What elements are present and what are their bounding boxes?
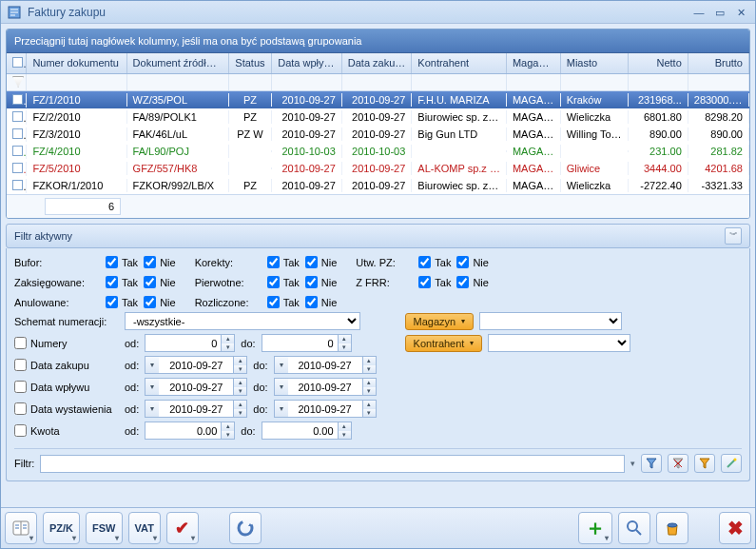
schemat-combo[interactable]: -wszystkie- xyxy=(125,312,360,330)
maximize-button[interactable]: ▭ xyxy=(711,6,728,19)
filter-wand-icon[interactable] xyxy=(721,454,742,473)
magazyn-button[interactable]: Magazyn▾ xyxy=(405,313,475,330)
lbl-anul: Anulowane: xyxy=(14,297,100,308)
datawpl-od[interactable] xyxy=(159,378,233,396)
col-city[interactable]: Miasto xyxy=(561,53,630,73)
filter-input[interactable] xyxy=(40,455,625,473)
fsw-button[interactable]: FSW xyxy=(86,512,122,544)
col-src[interactable]: Dokument źródłowy xyxy=(127,53,229,73)
bufor-nie[interactable] xyxy=(144,256,156,268)
datawpl-chk[interactable] xyxy=(14,381,27,393)
lbl-zaks: Zaksięgowane: xyxy=(14,277,100,288)
svg-point-1 xyxy=(734,459,737,461)
col-din[interactable]: Data wpływu xyxy=(272,53,342,73)
lbl-utwpz: Utw. PZ: xyxy=(356,257,413,268)
close-toolbar-button[interactable]: ✖ xyxy=(719,512,751,544)
table-row[interactable]: FZKOR/1/2010FZKOR/992/LB/XPZ2010-09-2720… xyxy=(7,177,749,194)
spin-down[interactable]: ▾ xyxy=(222,343,234,352)
magazyn-combo[interactable] xyxy=(479,312,622,330)
bufor-tak[interactable] xyxy=(106,256,118,268)
filter-panel: Filtr aktywny ︾ Bufor: Tak Nie Zaksięgow… xyxy=(6,224,750,481)
col-brutto[interactable]: Brutto xyxy=(688,53,749,73)
col-num[interactable]: Numer dokumentu xyxy=(27,53,126,73)
col-kon[interactable]: Kontrahent xyxy=(412,53,507,73)
table-row[interactable]: FZ/3/2010FAK/46L/uLPZ W2010-09-272010-09… xyxy=(7,126,749,143)
utwpz-tak[interactable] xyxy=(418,256,431,268)
app-icon xyxy=(7,5,22,20)
col-checkbox[interactable] xyxy=(7,53,27,73)
svg-point-5 xyxy=(668,523,677,527)
datawys-chk[interactable] xyxy=(14,402,27,415)
filter-expression-row: Filtr: ▾ xyxy=(14,448,742,473)
bottom-toolbar: PZ/K FSW VAT ✔ ＋ ✖ xyxy=(1,507,755,548)
kontrahent-button[interactable]: Kontrahent▾ xyxy=(405,335,483,352)
datazak-chk[interactable] xyxy=(14,359,27,371)
content: Przeciągnij tutaj nagłówek kolumny, jeśl… xyxy=(1,24,755,507)
book-button[interactable] xyxy=(5,512,37,544)
col-status[interactable]: Status xyxy=(229,53,273,73)
datawys-od[interactable] xyxy=(159,400,233,418)
rozl-tak[interactable] xyxy=(267,296,280,308)
lbl-schemat: Schemat numeracji: xyxy=(14,316,119,327)
lbl-filtr: Filtr: xyxy=(14,458,34,469)
kwota-do[interactable] xyxy=(262,422,338,440)
datawpl-do[interactable] xyxy=(288,378,362,396)
rozl-nie[interactable] xyxy=(305,296,318,308)
zaks-nie[interactable] xyxy=(144,276,156,288)
col-mag[interactable]: Magazyn xyxy=(507,53,561,73)
anul-tak[interactable] xyxy=(106,296,118,308)
minimize-button[interactable]: — xyxy=(690,6,708,19)
kwota-chk[interactable] xyxy=(14,424,27,437)
search-button[interactable] xyxy=(618,512,650,544)
window-title: Faktury zakupu xyxy=(28,6,687,19)
refresh-button[interactable] xyxy=(229,512,262,544)
korekty-nie[interactable] xyxy=(305,256,318,268)
korekty-tak[interactable] xyxy=(267,256,280,268)
close-button[interactable]: ✕ xyxy=(732,6,749,19)
numery-od[interactable] xyxy=(145,334,221,352)
filter-clear-icon[interactable] xyxy=(668,454,688,473)
filter-panel-header[interactable]: Filtr aktywny ︾ xyxy=(6,224,750,248)
table-row[interactable]: FZ/1/2010WZ/35/POLPZ2010-09-272010-09-27… xyxy=(7,91,749,108)
col-dbuy[interactable]: Data zakupu xyxy=(342,53,413,73)
table-row[interactable]: FZ/5/2010GFZ/557/HK82010-09-272010-09-27… xyxy=(7,160,749,177)
numery-chk[interactable] xyxy=(14,337,27,349)
column-headers: Numer dokumentu Dokument źródłowy Status… xyxy=(7,53,749,74)
zfrr-nie[interactable] xyxy=(456,276,469,288)
filter-edit-icon[interactable] xyxy=(694,454,715,473)
grid-filter-row[interactable] xyxy=(7,74,749,91)
add-button[interactable]: ＋ xyxy=(578,512,612,544)
kontrahent-combo[interactable] xyxy=(488,334,630,352)
datawys-do[interactable] xyxy=(288,400,362,418)
vat-button[interactable]: VAT xyxy=(128,512,161,544)
col-netto[interactable]: Netto xyxy=(629,53,688,73)
datazak-do[interactable] xyxy=(288,356,362,374)
row-count: 6 xyxy=(45,198,121,215)
table-row[interactable]: FZ/2/2010FA/89/POLK1PZ2010-09-272010-09-… xyxy=(7,108,749,126)
table-row[interactable]: FZ/4/2010FA/L90/POJ2010-10-032010-10-03M… xyxy=(7,143,749,160)
svg-point-3 xyxy=(239,521,252,535)
data-rows: FZ/1/2010WZ/35/POLPZ2010-09-272010-09-27… xyxy=(7,91,749,194)
filter-title: Filtr aktywny xyxy=(14,230,72,242)
collapse-icon[interactable]: ︾ xyxy=(725,227,742,245)
pzk-button[interactable]: PZ/K xyxy=(43,512,80,544)
utwpz-nie[interactable] xyxy=(456,256,469,268)
pierw-tak[interactable] xyxy=(267,276,280,288)
group-by-row[interactable]: Przeciągnij tutaj nagłówek kolumny, jeśl… xyxy=(7,29,749,53)
lbl-zfrr: Z FRR: xyxy=(356,277,413,288)
filter-dropdown-icon[interactable]: ▾ xyxy=(630,459,635,468)
lbl-bufor: Bufor: xyxy=(14,257,100,268)
pierw-nie[interactable] xyxy=(305,276,318,288)
zaks-tak[interactable] xyxy=(106,276,118,288)
summary-row: 6 xyxy=(7,194,749,218)
kwota-od[interactable] xyxy=(145,422,221,440)
filter-body: Bufor: Tak Nie Zaksięgowane: Tak Nie Anu… xyxy=(6,248,750,481)
check-button[interactable]: ✔ xyxy=(166,512,199,544)
spin-up[interactable]: ▴ xyxy=(222,335,234,343)
filter-apply-icon[interactable] xyxy=(641,454,662,473)
zfrr-tak[interactable] xyxy=(418,276,431,288)
datazak-od[interactable] xyxy=(159,356,233,374)
bucket-button[interactable] xyxy=(656,512,688,544)
anul-nie[interactable] xyxy=(144,296,156,308)
numery-do[interactable] xyxy=(262,334,338,352)
